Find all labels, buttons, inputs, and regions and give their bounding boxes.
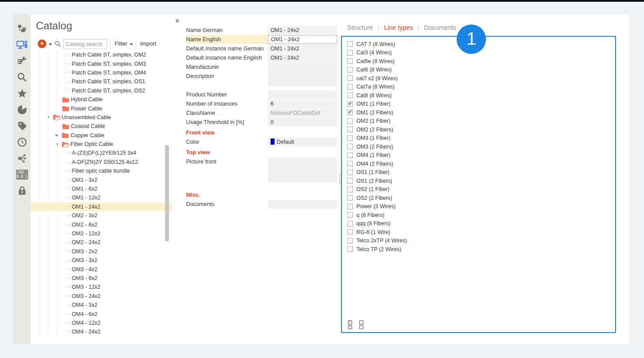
checkbox[interactable]: [347, 67, 353, 73]
tree-item[interactable]: Patch Cable ST, simplex, OS2: [31, 86, 172, 95]
tab-line-types[interactable]: Line types: [384, 24, 413, 31]
tree-item[interactable]: OM2 - 6x2: [31, 220, 172, 229]
topology-icon[interactable]: [16, 23, 28, 34]
line-type-option[interactable]: Cat5e (8 Wires): [347, 57, 615, 66]
property-value[interactable]: 0: [268, 118, 337, 127]
panel-splitter[interactable]: [339, 174, 341, 184]
line-type-option[interactable]: Telco TP (2 Wires): [347, 245, 615, 254]
line-type-option[interactable]: Cat7a (8 Wires): [347, 83, 615, 92]
filter-button[interactable]: Filter: [115, 40, 133, 47]
property-value[interactable]: [268, 200, 337, 209]
property-value[interactable]: OM1 - 24x2: [268, 53, 337, 62]
checkbox[interactable]: [347, 75, 353, 81]
checkbox[interactable]: [347, 41, 353, 47]
network-icon[interactable]: [16, 153, 28, 163]
checkbox[interactable]: [347, 152, 353, 158]
line-type-option[interactable]: OM2 (1 Fiber): [347, 117, 615, 126]
checkbox[interactable]: [347, 127, 353, 132]
tree-item[interactable]: OM4 - 24x2: [31, 327, 172, 336]
tools-icon[interactable]: [16, 56, 28, 66]
property-value[interactable]: OM1 - 24x2: [268, 26, 337, 35]
tree-item[interactable]: Fiber optic cable bundle: [31, 167, 172, 175]
tree-folder[interactable]: ▼Fiber Optic Cable: [31, 140, 172, 149]
property-value[interactable]: 6: [268, 99, 337, 108]
checkbox[interactable]: [347, 195, 353, 201]
checkbox[interactable]: [347, 144, 353, 149]
history-icon[interactable]: [16, 137, 28, 147]
tree-folder[interactable]: ▼Unassembled Cable: [31, 113, 172, 122]
tree-item[interactable]: Patch Cable ST, simplex, OM3: [31, 59, 172, 68]
line-type-option[interactable]: Cat8 (8 Wires): [347, 91, 615, 100]
checkbox[interactable]: [347, 238, 353, 244]
checkbox[interactable]: [347, 84, 353, 90]
property-value[interactable]: OM1 - 24x2: [268, 35, 337, 44]
tree-item[interactable]: OM3 - 12x2: [31, 283, 172, 291]
import-button[interactable]: Import: [140, 40, 156, 47]
checkbox[interactable]: [347, 101, 353, 107]
property-value[interactable]: [268, 157, 337, 183]
tab-documents[interactable]: Documents: [424, 24, 456, 31]
checkbox[interactable]: [347, 110, 353, 115]
tree-item[interactable]: OM2 - 3x2: [31, 211, 172, 220]
tree-item[interactable]: OM1 - 12x2: [31, 193, 172, 202]
line-type-option[interactable]: OS1 (1 Fiber): [347, 168, 615, 177]
line-type-option[interactable]: RG-6 (1 Wire): [347, 228, 615, 237]
line-type-option[interactable]: OM3 (1 Fiber): [347, 134, 615, 143]
tree-item[interactable]: OM1 - 6x2: [31, 184, 172, 193]
property-value[interactable]: OM1 - 24x2: [268, 44, 337, 53]
property-value[interactable]: [268, 72, 337, 87]
tree-item[interactable]: OM2 - 12x2: [31, 229, 172, 238]
line-type-option[interactable]: Telco 2xTP (4 Wires): [347, 237, 615, 245]
tree-folder[interactable]: Hybrid Cable: [31, 95, 172, 104]
checkbox[interactable]: [347, 212, 353, 218]
tree-scrollbar-thumb[interactable]: [165, 145, 169, 241]
checkbox[interactable]: [347, 187, 353, 192]
line-type-option[interactable]: cat7 x2 (8 Wires): [347, 74, 615, 83]
checkbox[interactable]: [347, 229, 353, 235]
search-icon[interactable]: [16, 72, 28, 82]
tree-item[interactable]: OM1 - 3x2: [31, 175, 172, 184]
line-type-option[interactable]: OM3 (2 Fibers): [347, 142, 615, 151]
add-button[interactable]: +: [38, 39, 46, 48]
tree-folder[interactable]: ▶Copper Cable: [31, 131, 172, 140]
checkbox[interactable]: [347, 178, 353, 184]
checkbox[interactable]: [347, 50, 353, 56]
deselect-all-icon[interactable]: [359, 320, 366, 330]
tree-item[interactable]: OM3 - 4x2: [31, 265, 172, 273]
checkbox[interactable]: [347, 92, 353, 98]
checkbox[interactable]: [347, 58, 353, 64]
collapse-arrow-icon[interactable]: ▼: [56, 142, 62, 146]
line-type-option[interactable]: OS1 (2 Fibers): [347, 177, 615, 185]
tree-item[interactable]: Patch Cable ST, simplex, OM2: [31, 50, 172, 59]
close-icon[interactable]: ×: [175, 17, 179, 25]
tree-item[interactable]: OM2 - 24x2: [31, 238, 172, 247]
tree-item[interactable]: OM4 - 3x2: [31, 301, 172, 309]
property-value[interactable]: Default: [268, 138, 337, 146]
tab-structure[interactable]: Structure: [347, 24, 373, 31]
property-value[interactable]: [268, 63, 337, 71]
tree-item[interactable]: Patch Cable ST, simplex, OM4: [31, 68, 172, 77]
checkbox[interactable]: [347, 221, 353, 227]
tree-item[interactable]: A-DF(ZN)2Y G50/125 4x12: [31, 158, 172, 167]
line-type-option[interactable]: OM4 (2 Fibers): [347, 160, 615, 168]
property-value[interactable]: [268, 90, 337, 99]
checkbox[interactable]: [347, 135, 353, 141]
line-type-option[interactable]: OM1 (1 Fiber): [347, 100, 615, 109]
line-type-option[interactable]: OM1 (2 Fibers): [347, 108, 615, 117]
tree-item[interactable]: OM3 - 24x2: [31, 292, 172, 301]
line-type-option[interactable]: Power (3 Wires): [347, 202, 615, 211]
devices-icon[interactable]: [16, 39, 28, 50]
line-type-option[interactable]: OM4 (1 Fiber): [347, 151, 615, 160]
tree-item[interactable]: OM4 - 6x2: [31, 309, 172, 318]
lock-icon[interactable]: [16, 185, 28, 196]
favorites-icon[interactable]: [16, 88, 28, 99]
add-dropdown-caret-icon[interactable]: [49, 43, 52, 46]
checkbox[interactable]: [347, 204, 353, 209]
select-all-icon[interactable]: [348, 320, 354, 330]
checkbox[interactable]: [347, 170, 353, 175]
tree-folder[interactable]: Coaxial Cable: [31, 122, 172, 131]
line-type-option[interactable]: OS2 (2 Fibers): [347, 194, 615, 202]
tree-item[interactable]: OM4 - 12x2: [31, 319, 172, 327]
tree-folder[interactable]: Power Cable: [31, 104, 172, 113]
checkbox[interactable]: [347, 246, 353, 252]
